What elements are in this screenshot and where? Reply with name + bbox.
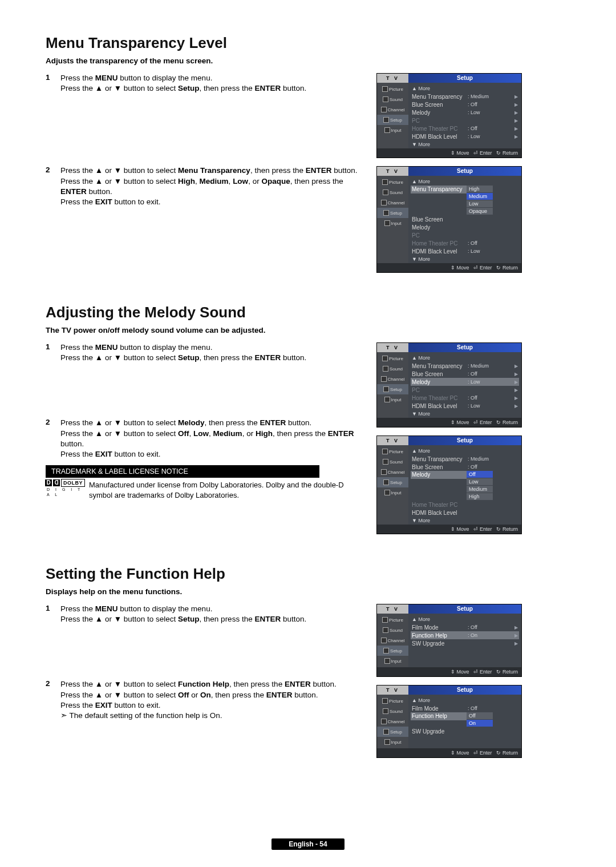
osd-row: Film Mode: Off▶ — [411, 623, 519, 631]
osd-side-channel: Channel — [377, 635, 408, 646]
osd-menu: T VSetupPictureSoundChannelSetupInput▲ M… — [376, 73, 522, 158]
osd-side-setup: Setup — [377, 477, 408, 487]
osd-row: Function Help: On▶ — [411, 631, 519, 639]
osd-side-picture: Picture — [377, 177, 408, 187]
menu-category-icon — [383, 210, 389, 216]
enter-hint: ⏎ Enter — [473, 750, 492, 756]
osd-row: HDMI Black Level: Low▶ — [411, 402, 519, 410]
menu-category-icon — [381, 638, 387, 643]
menu-category-icon — [384, 658, 390, 664]
osd-row: Blue Screen: Off — [411, 463, 519, 471]
osd-main: ▲ MoreMenu Transparency: Medium▶Blue Scr… — [408, 83, 521, 148]
osd-sidebar: PictureSoundChannelSetupInput — [377, 445, 408, 525]
menu-category-icon — [383, 648, 389, 654]
osd-row: PC — [411, 231, 519, 239]
osd-footer: ⇕ Move ⏎ Enter ↻ Return — [377, 148, 521, 158]
menu-category-icon — [383, 96, 388, 102]
osd-row: Menu TransparencyHighMediumLowOpaque — [411, 186, 519, 215]
menu-category-icon — [383, 189, 388, 195]
osd-row: Melody — [411, 223, 519, 231]
osd-row: Function HelpOffOn — [411, 712, 519, 727]
menu-category-icon — [383, 366, 388, 372]
osd-main: ▲ MoreMenu TransparencyHighMediumLowOpaq… — [408, 176, 521, 263]
menu-category-icon — [382, 617, 388, 623]
osd-tv-label: T V — [377, 74, 408, 83]
menu-category-icon — [384, 220, 390, 226]
osd-row: Home Theater PC: Off — [411, 239, 519, 247]
osd-side-sound: Sound — [377, 187, 408, 197]
section-melody-sound: Adjusting the Melody Sound The TV power … — [46, 304, 570, 542]
page-root: Menu Transparency Level Adjusts the tran… — [0, 0, 616, 867]
more-down: ▼ More — [411, 255, 519, 263]
osd-row: PC▶ — [411, 386, 519, 394]
dolby-d-icon: D — [53, 479, 60, 486]
section-subtitle: The TV power on/off melody sound volume … — [46, 326, 570, 334]
menu-category-icon — [384, 490, 390, 495]
osd-side-picture: Picture — [377, 615, 408, 625]
osd-option: High — [467, 186, 493, 192]
more-up: ▲ More — [411, 354, 519, 362]
osd-row: HDMI Black Level — [411, 509, 519, 517]
osd-row: Home Theater PC: Off▶ — [411, 394, 519, 402]
menu-category-icon — [384, 397, 390, 402]
more-up: ▲ More — [411, 615, 519, 623]
step-number: 2 — [46, 418, 60, 426]
section-title: Menu Transparency Level — [46, 34, 570, 52]
osd-side-input: Input — [377, 737, 408, 747]
osd-row: Melody: Low▶ — [411, 378, 519, 386]
osd-side-picture: Picture — [377, 353, 408, 364]
osd-tv-label: T V — [377, 436, 408, 445]
osd-row: Blue Screen: Off▶ — [411, 100, 519, 108]
osd-side-sound: Sound — [377, 706, 408, 716]
dolby-word: DOLBY — [61, 479, 85, 487]
step-text: Press the MENU button to display the men… — [60, 604, 365, 624]
osd-screenshots: T VSetupPictureSoundChannelSetupInput▲ M… — [376, 604, 530, 766]
osd-side-sound: Sound — [377, 457, 408, 467]
return-hint: ↻ Return — [496, 750, 518, 756]
osd-sidebar: PictureSoundChannelSetupInput — [377, 352, 408, 418]
trademark-text: Manufactured under license from Dolby La… — [89, 480, 365, 500]
osd-menu: T VSetupPictureSoundChannelSetupInput▲ M… — [376, 604, 522, 677]
osd-footer: ⇕ Move ⏎ Enter ↻ Return — [377, 748, 521, 757]
menu-category-icon — [381, 200, 387, 205]
osd-side-setup: Setup — [377, 384, 408, 394]
dolby-logo: D D DOLBY D I G I T A L — [46, 480, 84, 496]
osd-row: HDMI Black Level: Low▶ — [411, 132, 519, 140]
page-footer: English - 54 — [0, 838, 616, 850]
return-hint: ↻ Return — [496, 669, 518, 675]
enter-hint: ⏎ Enter — [473, 265, 492, 271]
osd-row: Film Mode: Off — [411, 704, 519, 712]
osd-main: ▲ MoreMenu Transparency: Medium▶Blue Scr… — [408, 352, 521, 418]
osd-side-setup: Setup — [377, 208, 408, 218]
osd-row: Melody: Low▶ — [411, 108, 519, 116]
osd-footer: ⇕ Move ⏎ Enter ↻ Return — [377, 667, 521, 676]
osd-row: Home Theater PC — [411, 501, 519, 509]
more-down: ▼ More — [411, 140, 519, 148]
section-subtitle: Displays help on the menu functions. — [46, 587, 570, 596]
osd-footer: ⇕ Move ⏎ Enter ↻ Return — [377, 263, 521, 272]
section-menu-transparency: Menu Transparency Level Adjusts the tran… — [46, 34, 570, 281]
osd-setup-label: Setup — [408, 685, 521, 695]
menu-category-icon — [384, 127, 390, 133]
menu-category-icon — [381, 469, 387, 475]
osd-side-picture: Picture — [377, 446, 408, 457]
move-hint: ⇕ Move — [451, 669, 469, 675]
osd-row: Blue Screen: Off▶ — [411, 370, 519, 378]
osd-setup-label: Setup — [408, 343, 521, 352]
osd-row: MelodyOffLowMediumHigh — [411, 471, 519, 501]
menu-category-icon — [383, 627, 388, 633]
osd-screenshots: T VSetupPictureSoundChannelSetupInput▲ M… — [376, 342, 530, 542]
osd-side-channel: Channel — [377, 104, 408, 115]
page-number: English - 54 — [271, 838, 344, 850]
enter-hint: ⏎ Enter — [473, 420, 492, 425]
menu-category-icon — [383, 117, 389, 123]
osd-side-input: Input — [377, 394, 408, 405]
section-title: Setting the Function Help — [46, 565, 570, 583]
osd-sidebar: PictureSoundChannelSetupInput — [377, 695, 408, 748]
osd-side-channel: Channel — [377, 716, 408, 727]
osd-side-input: Input — [377, 125, 408, 135]
osd-row: Menu Transparency: Medium — [411, 455, 519, 463]
menu-category-icon — [383, 708, 388, 714]
section-title: Adjusting the Melody Sound — [46, 304, 570, 321]
osd-tv-label: T V — [377, 343, 408, 352]
